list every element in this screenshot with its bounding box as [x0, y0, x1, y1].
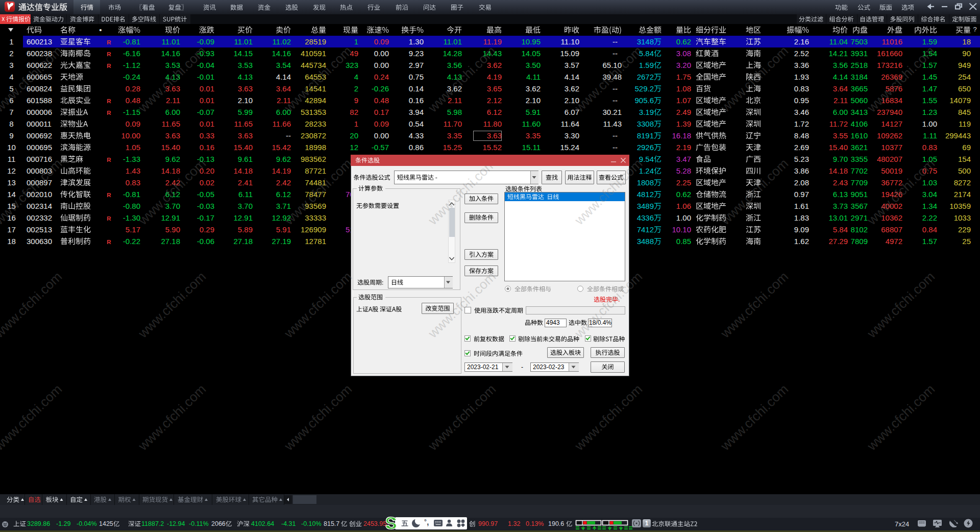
svg-text:www.cfchi.com: www.cfchi.com	[717, 156, 791, 228]
svg-text:www.cfchi.com: www.cfchi.com	[135, 381, 209, 454]
svg-text:www.cfchi.com: www.cfchi.com	[281, 43, 355, 115]
svg-text:www.cfchi.com: www.cfchi.com	[0, 269, 65, 341]
svg-text:www.cfchi.com: www.cfchi.com	[717, 269, 791, 341]
svg-text:www.cfchi.com: www.cfchi.com	[0, 156, 65, 228]
svg-text:www.cfchi.com: www.cfchi.com	[425, 381, 499, 454]
svg-text:www.cfchi.com: www.cfchi.com	[571, 269, 645, 341]
svg-text:www.cfchi.com: www.cfchi.com	[0, 381, 65, 454]
svg-text:www.cfchi.com: www.cfchi.com	[864, 156, 938, 228]
svg-text:www.cfchi.com: www.cfchi.com	[864, 43, 938, 115]
svg-text:www.cfchi.com: www.cfchi.com	[717, 381, 791, 454]
svg-text:www.cfchi.com: www.cfchi.com	[135, 156, 209, 228]
svg-text:www.cfchi.com: www.cfchi.com	[571, 381, 645, 454]
svg-text:www.cfchi.com: www.cfchi.com	[571, 43, 645, 115]
svg-text:www.cfchi.com: www.cfchi.com	[135, 269, 209, 341]
svg-text:www.cfchi.com: www.cfchi.com	[135, 43, 209, 115]
svg-text:www.cfchi.com: www.cfchi.com	[425, 43, 499, 115]
svg-text:www.cfchi.com: www.cfchi.com	[864, 269, 938, 341]
svg-text:www.cfchi.com: www.cfchi.com	[281, 156, 355, 228]
svg-text:www.cfchi.com: www.cfchi.com	[717, 43, 791, 115]
svg-text:www.cfchi.com: www.cfchi.com	[0, 43, 65, 115]
svg-text:www.cfchi.com: www.cfchi.com	[281, 269, 355, 341]
svg-text:www.cfchi.com: www.cfchi.com	[281, 381, 355, 454]
svg-text:www.cfchi.com: www.cfchi.com	[425, 156, 499, 228]
svg-text:www.cfchi.com: www.cfchi.com	[425, 269, 499, 341]
svg-text:www.cfchi.com: www.cfchi.com	[864, 381, 938, 454]
svg-text:www.cfchi.com: www.cfchi.com	[571, 156, 645, 228]
